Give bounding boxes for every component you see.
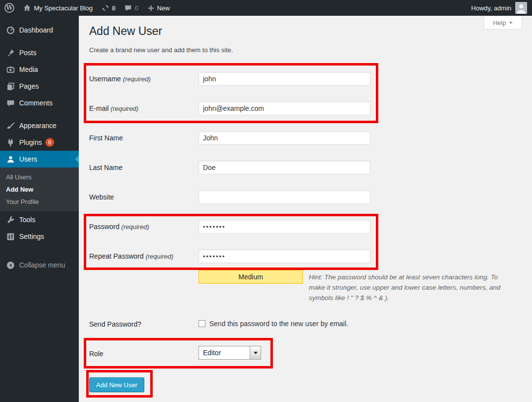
last-name-input[interactable] [199,161,370,174]
required-note: (required) [111,105,138,112]
required-note: (required) [123,75,150,83]
howdy-account-link[interactable]: Howdy, admin [467,0,527,16]
first-name-input[interactable] [199,131,370,145]
howdy-label: Howdy, admin [471,4,511,12]
comments-link[interactable]: 0 [120,0,142,16]
last-name-row: Last Name [89,161,523,174]
password-input[interactable] [199,220,370,234]
update-count: 8 [112,4,115,12]
sidebar-item-label: Collapse menu [19,261,65,269]
dashboard-icon [6,26,15,34]
sidebar-item-label: Plugins [19,138,42,146]
admin-bar: W My Spectacular Blog 8 0 [0,0,532,16]
sidebar-item-settings[interactable]: Settings [0,228,79,245]
website-label: Website [89,193,197,201]
username-input[interactable] [199,72,370,86]
email-input[interactable] [199,101,370,115]
email-label: E-mail (required) [89,104,197,112]
pages-icon [6,82,15,91]
site-name-link[interactable]: My Spectacular Blog [19,0,97,16]
sidebar-item-dashboard[interactable]: Dashboard [0,22,79,38]
password-strength-meter: Medium [199,270,303,284]
sidebar-item-label: Comments [19,99,53,107]
chevron-down-icon [254,352,258,354]
repeat-password-input[interactable] [199,249,370,263]
plus-icon [147,4,155,12]
repeat-password-row: Repeat Password (required) [89,249,523,263]
plug-icon [6,138,15,147]
role-select[interactable]: Editor [199,346,261,360]
help-button[interactable]: Help [484,16,522,30]
sliders-icon [6,232,15,241]
password-label: Password (required) [89,223,197,231]
comment-icon [6,99,15,107]
sidebar-item-plugins[interactable]: Plugins 8 [0,134,79,151]
required-note: (required) [145,253,173,260]
updates-link[interactable]: 8 [97,0,120,16]
updates-refresh-icon [101,4,109,12]
pushpin-icon [6,48,15,57]
help-label: Help [493,19,506,27]
site-name-label: My Spectacular Blog [34,4,93,12]
repeat-password-label: Repeat Password (required) [89,252,197,260]
wordpress-logo-menu[interactable]: W [0,0,19,16]
first-name-row: First Name [89,131,523,145]
send-password-checkbox-label: Send this password to the new user by em… [209,320,348,328]
page-title: Add New User [89,25,162,38]
comment-count: 0 [134,4,138,12]
sidebar-item-label: Users [19,155,37,163]
add-new-user-button[interactable]: Add New User [89,377,144,392]
home-icon [23,4,31,12]
sidebar-item-tools[interactable]: Tools [0,211,79,228]
submenu-item-all-users[interactable]: All Users [0,171,79,183]
submenu-item-add-new[interactable]: Add New [0,183,79,196]
username-label: Username (required) [89,75,197,83]
wordpress-admin-add-new-user-page: W My Spectacular Blog 8 0 [0,0,532,402]
sidebar-item-label: Tools [19,216,35,224]
send-password-label: Send Password? [89,320,197,328]
plugins-update-badge: 8 [45,138,54,147]
admin-sidebar: Dashboard Posts Media Pages Commen [0,16,79,402]
chevron-down-icon [509,22,513,24]
new-label: New [157,4,170,12]
brush-icon [6,121,15,130]
website-row: Website [89,190,523,204]
sidebar-item-pages[interactable]: Pages [0,78,79,95]
sidebar-item-appearance[interactable]: Appearance [0,117,79,134]
comment-bubble-icon [124,4,132,12]
sidebar-item-posts[interactable]: Posts [0,44,79,61]
role-selected-value: Editor [199,346,250,359]
sidebar-item-label: Dashboard [19,26,53,34]
username-row: Username (required) [89,72,523,86]
collapse-arrow-icon [6,261,15,269]
submenu-item-your-profile[interactable]: Your Profile [0,196,79,208]
send-password-row: Send Password? Send this password to the… [89,318,523,332]
email-row: E-mail (required) [89,101,523,115]
main-content: Help Add New User Create a brand new use… [79,16,532,402]
new-content-link[interactable]: New [143,0,174,16]
camera-icon [6,65,15,74]
wrench-icon [6,215,15,224]
sidebar-item-label: Appearance [19,122,57,130]
select-dropdown-button[interactable] [250,346,261,359]
sidebar-item-comments[interactable]: Comments [0,95,79,111]
collapse-menu-button[interactable]: Collapse menu [0,257,79,273]
required-note: (required) [121,223,149,231]
sidebar-item-users[interactable]: Users [0,151,79,168]
current-menu-arrow-icon [75,155,79,163]
website-input[interactable] [199,190,370,204]
sidebar-item-label: Media [19,66,38,73]
password-row: Password (required) [89,220,523,234]
wordpress-logo-icon: W [4,3,14,13]
role-label: Role [89,350,197,358]
sidebar-item-label: Pages [19,82,39,90]
page-subtitle: Create a brand new user and add them to … [89,46,233,54]
sidebar-item-label: Settings [19,233,44,240]
last-name-label: Last Name [89,164,197,171]
send-password-checkbox[interactable] [199,320,205,327]
users-submenu: All Users Add New Your Profile [0,168,79,211]
sidebar-item-label: Posts [19,49,36,57]
user-icon [6,155,15,164]
first-name-label: First Name [89,134,197,142]
sidebar-item-media[interactable]: Media [0,61,79,78]
